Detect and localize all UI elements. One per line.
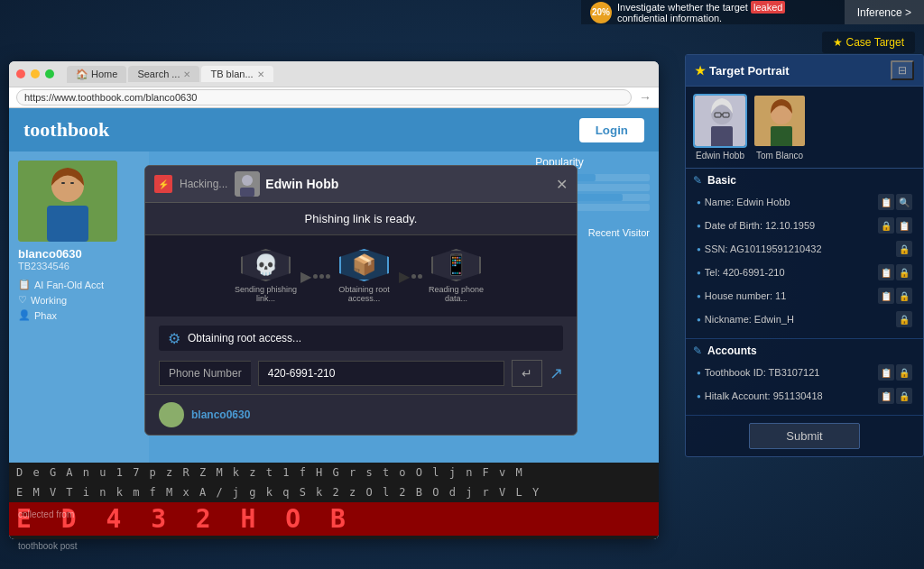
tp-copy-btn-house[interactable]: 📋 xyxy=(878,288,894,304)
terminal-row1: D e G A n u 1 7 p z R Z M k z t 1 f H G … xyxy=(9,463,659,482)
hacking-status-text: Phishing link is ready. xyxy=(145,203,577,235)
submit-area: Submit xyxy=(686,416,923,456)
tp-accounts-section: ✎ Accounts ● Toothbook ID: TB3107121 📋 🔒… xyxy=(686,339,923,416)
alert-text: Investigate whether the target leaked co… xyxy=(617,2,836,23)
bullet-icon: ● xyxy=(697,245,701,253)
tp-lock-btn-hitalk[interactable]: 🔒 xyxy=(896,388,912,404)
modal-close-button[interactable]: ✕ xyxy=(556,176,568,193)
portrait-tom-label: Tom Blanco xyxy=(756,151,803,161)
progress-spinner-icon: ⚙ xyxy=(168,330,180,347)
tp-copy-btn-tel[interactable]: 📋 xyxy=(878,264,894,280)
phone-enter-button[interactable]: ↵ xyxy=(512,360,542,387)
tp-portraits: Edwin Hobb Tom Blanco xyxy=(686,87,923,169)
profile-name: blanco0630 xyxy=(18,247,140,261)
recent-visitors-label: Recent Visitor xyxy=(588,224,650,240)
inference-button[interactable]: Inference > xyxy=(845,0,924,24)
hacking-titlebar: ⚡ Hacking... Edwin Hobb xyxy=(145,166,577,203)
tp-tel-label: Tel: 420-6991-210 xyxy=(705,267,874,278)
profile-tag-2: ♡Working xyxy=(18,294,140,306)
top-notification-bar: 20% Investigate whether the target leake… xyxy=(581,0,924,24)
tp-dob-label: Date of Birth: 12.10.1959 xyxy=(705,220,874,231)
portrait-tom-svg xyxy=(754,96,807,148)
portrait-edwin-svg xyxy=(695,96,747,148)
portrait-edwin[interactable]: Edwin Hobb xyxy=(693,94,747,161)
post-text: toothbook post xyxy=(18,541,78,551)
tp-copy-btn-hitalk[interactable]: 📋 xyxy=(878,388,894,404)
step-phishing-label: Sending phishing link... xyxy=(235,285,298,303)
toothbook-header: toothbook Login xyxy=(9,108,659,151)
basic-title: Basic xyxy=(707,174,736,187)
svg-rect-10 xyxy=(711,126,733,148)
svg-rect-16 xyxy=(771,126,792,148)
tp-name-label: Name: Edwin Hobb xyxy=(705,197,874,207)
address-bar: → xyxy=(9,87,659,108)
tp-basic-header: ✎ Basic xyxy=(693,174,916,187)
tab-tb-blanco[interactable]: TB blan... ✕ xyxy=(201,66,273,82)
tp-dob-row: ● Date of Birth: 12.10.1959 🔒 📋 xyxy=(693,216,916,235)
tp-minimize-button[interactable]: ⊟ xyxy=(891,60,914,80)
tp-lock-btn-ssn[interactable]: 🔒 xyxy=(896,241,912,257)
tp-nickname-row: ● Nickname: Edwin_H 🔒 xyxy=(693,309,916,329)
profile-tag-1: 📋AI Fan-Old Acct xyxy=(18,279,140,290)
phone-field-row: Phone Number ↵ ↗ xyxy=(159,360,563,387)
svg-rect-3 xyxy=(61,182,65,184)
tab-home[interactable]: 🏠 Home xyxy=(67,66,126,83)
login-button[interactable]: Login xyxy=(579,118,644,142)
accounts-title: Accounts xyxy=(707,344,757,357)
step-connector-2: ▶ xyxy=(399,268,422,285)
step-phone-label: Reading phone data... xyxy=(425,285,488,303)
tp-lock-btn-dob[interactable]: 🔒 xyxy=(878,217,894,234)
submit-button[interactable]: Submit xyxy=(749,423,859,449)
profile-avatar xyxy=(18,161,117,242)
window-maximize-btn[interactable] xyxy=(45,69,54,78)
bullet-icon: ● xyxy=(697,369,701,377)
step-phone: 📱 Reading phone data... xyxy=(430,249,484,303)
case-target-button[interactable]: ★ Case Target xyxy=(822,32,915,53)
tp-lock-btn-tb[interactable]: 🔒 xyxy=(896,364,912,381)
tp-name-row: ● Name: Edwin Hobb 📋 🔍 xyxy=(693,192,916,212)
tp-house-row: ● House number: 11 📋 🔒 xyxy=(693,286,916,306)
phone-input[interactable] xyxy=(258,361,504,386)
tab-search[interactable]: Search ... ✕ xyxy=(128,66,199,82)
step-connector-1: ▶ xyxy=(300,268,330,285)
tp-copy-btn-name[interactable]: 📋 xyxy=(878,194,894,210)
svg-rect-4 xyxy=(70,182,74,184)
step-phone-icon: 📱 xyxy=(431,249,481,281)
tp-search-btn-dob[interactable]: 📋 xyxy=(896,217,912,234)
profile-mini-name: blanco0630 xyxy=(191,408,250,421)
tp-title: ★ Target Portrait xyxy=(695,64,790,78)
tp-lock-btn-nickname[interactable]: 🔒 xyxy=(896,311,912,327)
tp-nickname-label: Nickname: Edwin_H xyxy=(705,314,892,325)
tp-search-btn-name[interactable]: 🔍 xyxy=(896,194,912,210)
tp-toothbook-row: ● Toothbook ID: TB3107121 📋 🔒 xyxy=(693,363,916,382)
window-minimize-btn[interactable] xyxy=(31,69,40,78)
profile-id: TB2334546 xyxy=(18,261,140,271)
percent-badge: 20% xyxy=(590,2,612,23)
tp-lock-btn-tel[interactable]: 🔒 xyxy=(896,264,912,280)
step-root: 📦 Obtaining root access... xyxy=(337,249,392,303)
hacking-title-text: Hacking... xyxy=(180,178,227,190)
tp-house-label: House number: 11 xyxy=(705,290,874,301)
profile-tag-3: 👤Phax xyxy=(18,309,140,321)
svg-point-6 xyxy=(242,175,253,186)
portrait-tom[interactable]: Tom Blanco xyxy=(753,94,807,161)
toothbook-logo: toothbook xyxy=(23,118,109,142)
hacking-modal: ⚡ Hacking... Edwin Hobb xyxy=(144,165,578,436)
step-phishing: 💀 Sending phishing link... xyxy=(239,249,293,303)
url-input[interactable] xyxy=(16,89,632,106)
browser-window: 🏠 Home Search ... ✕ TB blan... ✕ → tooth… xyxy=(9,61,659,539)
avatar-image xyxy=(18,161,117,242)
tp-lock-btn-house[interactable]: 🔒 xyxy=(896,288,912,304)
hacking-avatar xyxy=(235,171,260,197)
browser-titlebar: 🏠 Home Search ... ✕ TB blan... ✕ xyxy=(9,61,659,87)
tp-header: ★ Target Portrait ⊟ xyxy=(686,55,923,87)
basic-icon: ✎ xyxy=(693,174,702,187)
cursor-icon: ↗ xyxy=(550,363,563,383)
bullet-icon: ● xyxy=(697,392,701,400)
window-close-btn[interactable] xyxy=(16,69,25,78)
browser-tabs: 🏠 Home Search ... ✕ TB blan... ✕ xyxy=(67,66,273,83)
hacking-name-badge: Edwin Hobb xyxy=(235,171,338,197)
terminal-area: D e G A n u 1 7 p z R Z M k z t 1 f H G … xyxy=(9,463,659,539)
tp-copy-btn-tb[interactable]: 📋 xyxy=(878,364,894,381)
phone-label: Phone Number xyxy=(159,361,251,386)
